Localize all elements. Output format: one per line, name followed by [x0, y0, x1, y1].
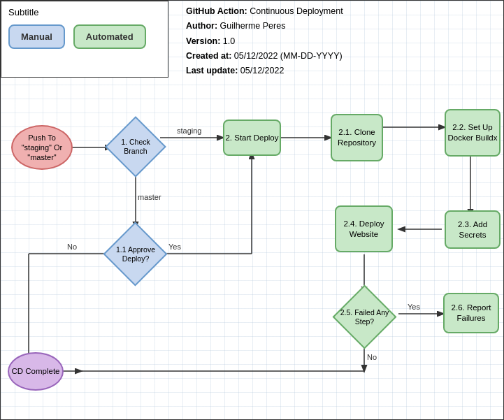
node-deploy-website: 2.4. Deploy Website — [335, 205, 393, 252]
info-created: Created at: 05/12/2022 (MM-DD-YYYY) — [186, 49, 343, 64]
node-report-failures: 2.6. Report Failures — [443, 293, 499, 333]
info-author: Author: Guilherme Peres — [186, 19, 343, 34]
main-container: Subtitle Manual Automated GitHub Action:… — [0, 0, 504, 420]
node-set-up-docker: 2.2. Set Up Docker Buildx — [445, 109, 501, 157]
info-last-update: Last update: 05/12/2022 — [186, 64, 343, 78]
info-version: Version: 1.0 — [186, 34, 343, 49]
svg-text:master: master — [138, 193, 161, 201]
node-clone-repository: 2.1. Clone Repository — [331, 114, 383, 161]
node-cd-complete: CD Complete — [8, 352, 64, 391]
legend-automated: Automated — [73, 24, 146, 49]
node-push-to-staging: Push To "staging" Or "master" — [11, 125, 73, 170]
legend-title: Subtitle — [8, 7, 161, 17]
info-box: GitHub Action: Continuous Deployment Aut… — [186, 4, 343, 78]
svg-text:Yes: Yes — [408, 303, 420, 311]
svg-text:No: No — [67, 242, 77, 251]
node-start-deploy: 2. Start Deploy — [223, 120, 281, 156]
legend-box: Subtitle Manual Automated — [1, 1, 168, 78]
node-failed-any-step-diamond: 2.5. Failed Any Step? — [338, 291, 391, 343]
legend-items: Manual Automated — [8, 24, 161, 49]
info-github-action: GitHub Action: Continuous Deployment — [186, 4, 343, 19]
svg-text:Yes: Yes — [168, 242, 181, 251]
node-add-secrets: 2.3. Add Secrets — [445, 210, 501, 249]
node-approve-deploy-diamond: 1.1 Approve Deploy? — [109, 228, 162, 281]
svg-text:No: No — [367, 353, 377, 361]
legend-manual: Manual — [8, 24, 65, 49]
node-check-branch-diamond: 1. Check Branch — [111, 122, 160, 171]
svg-text:staging: staging — [177, 126, 201, 135]
